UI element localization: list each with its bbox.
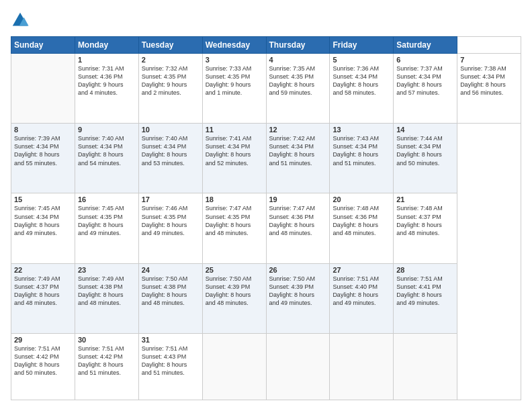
day-number: 17	[142, 195, 200, 203]
calendar-header-friday: Friday	[330, 37, 394, 54]
day-number: 22	[14, 266, 72, 274]
calendar-cell	[394, 333, 457, 400]
calendar-cell	[11, 54, 75, 124]
day-number: 16	[78, 195, 136, 203]
calendar-cell: 23Sunrise: 7:49 AM Sunset: 4:38 PM Dayli…	[75, 263, 138, 333]
calendar-cell: 13Sunrise: 7:43 AM Sunset: 4:34 PM Dayli…	[330, 124, 394, 193]
calendar-cell: 10Sunrise: 7:40 AM Sunset: 4:34 PM Dayli…	[138, 124, 202, 193]
day-number: 8	[14, 126, 72, 134]
cell-content: Sunrise: 7:51 AM Sunset: 4:42 PM Dayligh…	[14, 345, 72, 377]
day-number: 4	[269, 56, 327, 64]
day-number: 11	[206, 126, 263, 134]
calendar-week-row: 29Sunrise: 7:51 AM Sunset: 4:42 PM Dayli…	[11, 333, 521, 400]
cell-content: Sunrise: 7:32 AM Sunset: 4:35 PM Dayligh…	[142, 64, 200, 97]
calendar-header-sunday: Sunday	[11, 37, 75, 54]
day-number: 14	[396, 126, 454, 134]
calendar-cell: 3Sunrise: 7:33 AM Sunset: 4:35 PM Daylig…	[202, 54, 266, 124]
cell-content: Sunrise: 7:45 AM Sunset: 4:35 PM Dayligh…	[78, 204, 136, 237]
calendar-cell	[330, 333, 394, 400]
calendar-week-row: 15Sunrise: 7:45 AM Sunset: 4:34 PM Dayli…	[11, 193, 521, 263]
day-number: 25	[206, 266, 263, 274]
cell-content: Sunrise: 7:50 AM Sunset: 4:38 PM Dayligh…	[142, 275, 200, 308]
calendar-header-saturday: Saturday	[394, 37, 457, 54]
cell-content: Sunrise: 7:49 AM Sunset: 4:37 PM Dayligh…	[14, 275, 72, 308]
cell-content: Sunrise: 7:36 AM Sunset: 4:34 PM Dayligh…	[332, 64, 390, 97]
day-number: 30	[78, 336, 136, 344]
day-number: 9	[78, 126, 136, 134]
cell-content: Sunrise: 7:40 AM Sunset: 4:34 PM Dayligh…	[142, 134, 200, 167]
cell-content: Sunrise: 7:51 AM Sunset: 4:41 PM Dayligh…	[396, 275, 454, 308]
calendar-cell: 16Sunrise: 7:45 AM Sunset: 4:35 PM Dayli…	[75, 193, 138, 263]
cell-content: Sunrise: 7:47 AM Sunset: 4:35 PM Dayligh…	[206, 204, 263, 237]
calendar-cell: 2Sunrise: 7:32 AM Sunset: 4:35 PM Daylig…	[138, 54, 202, 124]
logo-icon	[11, 11, 30, 30]
cell-content: Sunrise: 7:43 AM Sunset: 4:34 PM Dayligh…	[332, 134, 390, 167]
calendar-cell	[266, 333, 330, 400]
cell-content: Sunrise: 7:38 AM Sunset: 4:34 PM Dayligh…	[460, 64, 518, 97]
calendar-cell: 25Sunrise: 7:50 AM Sunset: 4:39 PM Dayli…	[202, 263, 266, 333]
calendar-header-thursday: Thursday	[266, 37, 330, 54]
calendar-cell: 5Sunrise: 7:36 AM Sunset: 4:34 PM Daylig…	[330, 54, 394, 124]
calendar-header-tuesday: Tuesday	[138, 37, 202, 54]
calendar-cell: 26Sunrise: 7:50 AM Sunset: 4:39 PM Dayli…	[266, 263, 330, 333]
header	[11, 11, 521, 30]
day-number: 7	[460, 56, 518, 64]
calendar-cell: 20Sunrise: 7:48 AM Sunset: 4:36 PM Dayli…	[330, 193, 394, 263]
calendar-table: SundayMondayTuesdayWednesdayThursdayFrid…	[11, 36, 521, 400]
day-number: 2	[142, 56, 200, 64]
calendar-cell: 28Sunrise: 7:51 AM Sunset: 4:41 PM Dayli…	[394, 263, 457, 333]
calendar-header-monday: Monday	[75, 37, 138, 54]
day-number: 28	[396, 266, 454, 274]
calendar-cell: 24Sunrise: 7:50 AM Sunset: 4:38 PM Dayli…	[138, 263, 202, 333]
cell-content: Sunrise: 7:47 AM Sunset: 4:36 PM Dayligh…	[269, 204, 327, 237]
calendar-cell: 27Sunrise: 7:51 AM Sunset: 4:40 PM Dayli…	[330, 263, 394, 333]
cell-content: Sunrise: 7:41 AM Sunset: 4:34 PM Dayligh…	[206, 134, 263, 167]
calendar-cell: 30Sunrise: 7:51 AM Sunset: 4:42 PM Dayli…	[75, 333, 138, 400]
day-number: 29	[14, 336, 72, 344]
cell-content: Sunrise: 7:51 AM Sunset: 4:43 PM Dayligh…	[142, 345, 200, 377]
calendar-week-row: 22Sunrise: 7:49 AM Sunset: 4:37 PM Dayli…	[11, 263, 521, 333]
calendar-cell: 22Sunrise: 7:49 AM Sunset: 4:37 PM Dayli…	[11, 263, 75, 333]
calendar-cell: 15Sunrise: 7:45 AM Sunset: 4:34 PM Dayli…	[11, 193, 75, 263]
cell-content: Sunrise: 7:44 AM Sunset: 4:34 PM Dayligh…	[396, 134, 454, 167]
calendar-cell: 21Sunrise: 7:48 AM Sunset: 4:37 PM Dayli…	[394, 193, 457, 263]
cell-content: Sunrise: 7:40 AM Sunset: 4:34 PM Dayligh…	[78, 134, 136, 167]
logo	[11, 11, 32, 30]
day-number: 20	[332, 195, 390, 203]
cell-content: Sunrise: 7:50 AM Sunset: 4:39 PM Dayligh…	[269, 275, 327, 308]
cell-content: Sunrise: 7:33 AM Sunset: 4:35 PM Dayligh…	[206, 64, 263, 97]
day-number: 21	[396, 195, 454, 203]
cell-content: Sunrise: 7:31 AM Sunset: 4:36 PM Dayligh…	[78, 64, 136, 97]
day-number: 15	[14, 195, 72, 203]
day-number: 13	[332, 126, 390, 134]
day-number: 3	[206, 56, 263, 64]
day-number: 24	[142, 266, 200, 274]
calendar-cell: 29Sunrise: 7:51 AM Sunset: 4:42 PM Dayli…	[11, 333, 75, 400]
day-number: 23	[78, 266, 136, 274]
calendar-header-wednesday: Wednesday	[202, 37, 266, 54]
day-number: 5	[332, 56, 390, 64]
cell-content: Sunrise: 7:42 AM Sunset: 4:34 PM Dayligh…	[269, 134, 327, 167]
day-number: 27	[332, 266, 390, 274]
calendar-week-row: 1Sunrise: 7:31 AM Sunset: 4:36 PM Daylig…	[11, 54, 521, 124]
day-number: 31	[142, 336, 200, 344]
day-number: 19	[269, 195, 327, 203]
calendar-cell: 12Sunrise: 7:42 AM Sunset: 4:34 PM Dayli…	[266, 124, 330, 193]
calendar-cell: 4Sunrise: 7:35 AM Sunset: 4:35 PM Daylig…	[266, 54, 330, 124]
calendar-cell: 14Sunrise: 7:44 AM Sunset: 4:34 PM Dayli…	[394, 124, 457, 193]
calendar-cell	[202, 333, 266, 400]
calendar-cell: 17Sunrise: 7:46 AM Sunset: 4:35 PM Dayli…	[138, 193, 202, 263]
calendar-cell: 11Sunrise: 7:41 AM Sunset: 4:34 PM Dayli…	[202, 124, 266, 193]
calendar-cell: 7Sunrise: 7:38 AM Sunset: 4:34 PM Daylig…	[457, 54, 521, 124]
day-number: 12	[269, 126, 327, 134]
cell-content: Sunrise: 7:46 AM Sunset: 4:35 PM Dayligh…	[142, 204, 200, 237]
page: SundayMondayTuesdayWednesdayThursdayFrid…	[0, 0, 532, 411]
calendar-cell: 18Sunrise: 7:47 AM Sunset: 4:35 PM Dayli…	[202, 193, 266, 263]
cell-content: Sunrise: 7:48 AM Sunset: 4:36 PM Dayligh…	[332, 204, 390, 237]
calendar-cell: 6Sunrise: 7:37 AM Sunset: 4:34 PM Daylig…	[394, 54, 457, 124]
calendar-cell: 19Sunrise: 7:47 AM Sunset: 4:36 PM Dayli…	[266, 193, 330, 263]
calendar-cell: 8Sunrise: 7:39 AM Sunset: 4:34 PM Daylig…	[11, 124, 75, 193]
cell-content: Sunrise: 7:35 AM Sunset: 4:35 PM Dayligh…	[269, 64, 327, 97]
cell-content: Sunrise: 7:49 AM Sunset: 4:38 PM Dayligh…	[78, 275, 136, 308]
cell-content: Sunrise: 7:45 AM Sunset: 4:34 PM Dayligh…	[14, 204, 72, 237]
